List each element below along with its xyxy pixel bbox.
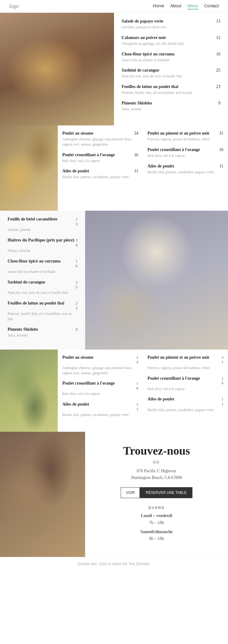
item-desc: Poivron, oignon, pousse de bambou, céler… bbox=[147, 137, 223, 142]
item-price: 11 bbox=[136, 402, 139, 411]
menu-item: Salade de papaye verte 13 crevettes, pim… bbox=[122, 19, 220, 30]
item-desc: Nam jim vert, noix de coco et basilic th… bbox=[8, 290, 78, 295]
item-desc: Basilic thaï, piment, cacahuètes, papaye… bbox=[147, 407, 223, 413]
hours-entry: Samedi/dimanche8h – 18h bbox=[94, 529, 219, 542]
menu-item: Poulet croustillant à l'orange 16 Bok ch… bbox=[147, 147, 223, 158]
nav-home[interactable]: Home bbox=[153, 3, 164, 9]
nav-links: Home About Menu Contact bbox=[153, 3, 219, 9]
food-photo-1 bbox=[0, 13, 114, 125]
hours-entry: Lundi – vendredi7h – 18h bbox=[94, 512, 219, 526]
menu-item: Piments Shishito 9 Yuzu, sésame bbox=[8, 327, 78, 338]
item-name: Feuilles de laitue au poulet thaï bbox=[122, 84, 178, 89]
restaurant-photo-1 bbox=[0, 125, 58, 211]
item-price: 13 bbox=[76, 217, 78, 226]
menu-col-right-1: Poulet au piment et au poivre noir 31 Po… bbox=[143, 125, 228, 211]
menu-item: Feuille de bétel caramélisée 13 Ananas, … bbox=[8, 217, 78, 232]
address: 676 Pacific C Highway Huntington Beach, … bbox=[94, 468, 219, 481]
item-name: Calamars au poivre noir bbox=[122, 35, 166, 40]
item-desc: Ananas, piment bbox=[8, 227, 78, 232]
menu-item: Sashimi de carangue 25 Nam jim vert, noi… bbox=[122, 68, 220, 79]
item-desc: Sauce tofu au sésame et furikake bbox=[8, 269, 78, 274]
menu-item: Ailes de poulet 11 Basilic thaï, piment,… bbox=[62, 402, 138, 417]
find-us-title: Trouvez-nous bbox=[94, 444, 219, 457]
section-find-us: Trouvez-nous OÙ 676 Pacific C Highway Hu… bbox=[0, 432, 228, 557]
item-desc: Basilic thaï, piment, cacahuètes, papaye… bbox=[62, 412, 138, 417]
item-name: Chou-fleur épicé au curcuma bbox=[122, 52, 174, 57]
menu-item: Chou-fleur épicé au curcuma 16 Sauce tof… bbox=[122, 52, 220, 63]
item-price: 25 bbox=[76, 280, 78, 289]
voir-button[interactable]: VOIR bbox=[121, 487, 140, 498]
waiter-photo bbox=[0, 432, 85, 557]
restaurant-photo-2 bbox=[85, 211, 228, 350]
item-price: 16 bbox=[216, 52, 220, 57]
item-name: Huîtres du Pacifique (prix par pièce) bbox=[8, 238, 74, 243]
item-name: Feuille de bétel caramélisée bbox=[8, 217, 57, 222]
outdoor-img bbox=[0, 350, 58, 432]
menu-item: Poulet croustillant à l'orange 16 Bok ch… bbox=[62, 381, 138, 396]
section-hero: Salade de papaye verte 13 crevettes, pim… bbox=[0, 13, 228, 125]
item-price: 25 bbox=[216, 68, 220, 73]
item-name: Sashimi de carangue bbox=[8, 280, 45, 285]
item-price: 16 bbox=[136, 381, 139, 390]
navbar: logo Home About Menu Contact bbox=[0, 0, 228, 13]
item-price: 31 bbox=[219, 131, 223, 136]
address-line1: 676 Pacific C Highway bbox=[136, 469, 176, 473]
item-price: 9 bbox=[218, 101, 220, 106]
item-price: 23 bbox=[216, 84, 220, 89]
item-desc: Aubergine chinoise, glaçage soja pimenté… bbox=[62, 365, 138, 376]
menu-item: Chou-fleur épicé au curcuma 16 Sauce tof… bbox=[8, 259, 78, 274]
item-desc: Basilic thaï, piment, cacahuètes, papaye… bbox=[62, 174, 138, 180]
menu-list-1: Salade de papaye verte 13 crevettes, pim… bbox=[114, 13, 228, 125]
item-desc: Piments, basilic thaï, ail croustillant,… bbox=[8, 311, 78, 322]
hours: Lundi – vendredi7h – 18hSamedi/dimanche8… bbox=[94, 512, 219, 542]
menu-item: Poulet croustillant à l'orange 16 Bok ch… bbox=[62, 153, 138, 164]
find-buttons: VOIR RÉSERVER UNE TABLE bbox=[94, 487, 219, 498]
item-name: Sashimi de carangue bbox=[122, 68, 159, 73]
item-desc: Aubergine chinoise, glaçage soja pimenté… bbox=[62, 137, 138, 147]
item-desc: Basilic thaï, piment, cacahuètes, papaye… bbox=[147, 170, 223, 175]
address-line2: Huntington Beach, CA 67898 bbox=[131, 475, 182, 480]
item-desc: Ponzu, sriracha bbox=[8, 248, 78, 253]
menu-col-left-1: Poulet au sésame 24 Aubergine chinoise, … bbox=[58, 125, 143, 211]
item-price: 34 bbox=[76, 238, 78, 247]
menu-col-right-2: Poulet au piment et au poivre noir 31 Po… bbox=[143, 350, 228, 432]
item-name: Poulet au sésame bbox=[62, 355, 93, 360]
item-name: Piments Shishito bbox=[122, 101, 152, 106]
item-price: 11 bbox=[219, 164, 223, 169]
outdoor-photo bbox=[0, 350, 58, 432]
menu-item: Poulet au piment et au poivre noir 31 Po… bbox=[147, 355, 223, 371]
item-desc: Bok choy cuit à la vapeur bbox=[147, 386, 223, 392]
menu-item: Ailes de poulet 11 Basilic thaï, piment,… bbox=[62, 169, 138, 180]
item-price: 16 bbox=[219, 147, 223, 152]
nav-about[interactable]: About bbox=[170, 3, 181, 9]
menu-item: Huîtres du Pacifique (prix par pièce) 34… bbox=[8, 238, 78, 253]
menu-two-col-2: Poulet au sésame 24 Aubergine chinoise, … bbox=[58, 350, 228, 432]
menu-item: Ailes de poulet 11 Basilic thaï, piment,… bbox=[147, 164, 223, 175]
item-price: 9 bbox=[76, 327, 78, 332]
item-desc: Yuzu, sésame bbox=[8, 333, 78, 338]
item-price: 12 bbox=[216, 35, 220, 40]
waiter-img bbox=[0, 432, 85, 557]
item-name: Poulet croustillant à l'orange bbox=[147, 147, 200, 152]
menu-item: Feuilles de laitue au poulet thaï 23 Pim… bbox=[122, 84, 220, 95]
reserver-button[interactable]: RÉSERVER UNE TABLE bbox=[140, 487, 192, 498]
nav-contact[interactable]: Contact bbox=[204, 3, 219, 9]
item-price: 16 bbox=[134, 153, 138, 157]
item-desc: Bok choy cuit à la vapeur bbox=[147, 153, 223, 158]
item-price: 31 bbox=[222, 355, 224, 364]
when-label: QUAND bbox=[94, 506, 219, 509]
menu-item: Piments Shishito 9 Yuzu, sésame bbox=[122, 101, 220, 112]
section-2: Poulet au sésame 24 Aubergine chinoise, … bbox=[0, 125, 228, 211]
restaurant-img-2 bbox=[0, 125, 58, 211]
item-desc: Piments, basilic thaï, ail croustillant,… bbox=[122, 90, 220, 95]
menu-item: Poulet au piment et au poivre noir 31 Po… bbox=[147, 131, 223, 142]
menu-two-col-1: Poulet au sésame 24 Aubergine chinoise, … bbox=[58, 125, 228, 211]
nav-menu[interactable]: Menu bbox=[188, 3, 198, 9]
item-name: Poulet croustillant à l'orange bbox=[62, 381, 115, 386]
menu-item: Sashimi de carangue 25 Nam jim vert, noi… bbox=[8, 280, 78, 295]
menu-item: Poulet au sésame 24 Aubergine chinoise, … bbox=[62, 131, 138, 147]
item-name: Poulet croustillant à l'orange bbox=[147, 376, 200, 381]
footer-sample-text: Sample text. Click to select the Text El… bbox=[0, 557, 228, 571]
item-name: Ailes de poulet bbox=[147, 164, 174, 169]
item-desc: Bok choy cuit à la vapeur bbox=[62, 391, 138, 396]
